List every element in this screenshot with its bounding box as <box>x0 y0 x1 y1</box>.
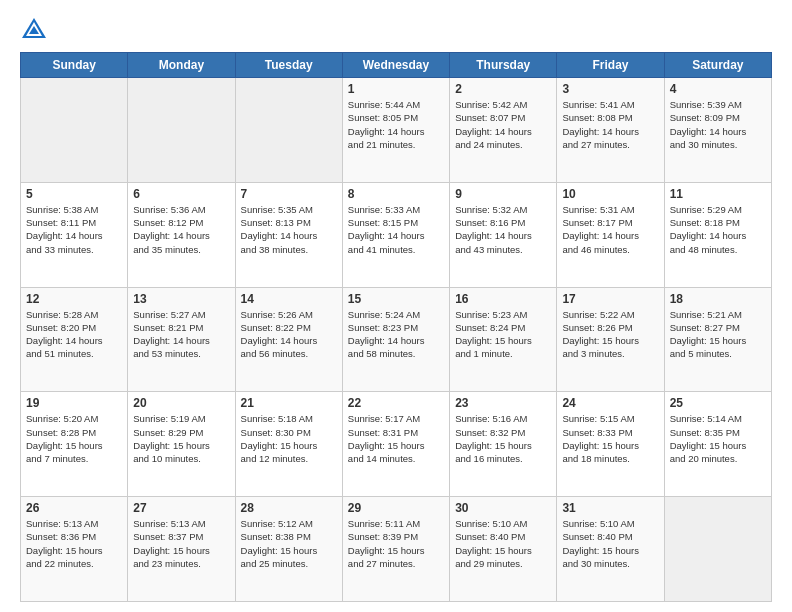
day-info: Sunrise: 5:11 AM Sunset: 8:39 PM Dayligh… <box>348 517 444 570</box>
day-info: Sunrise: 5:38 AM Sunset: 8:11 PM Dayligh… <box>26 203 122 256</box>
day-number: 30 <box>455 501 551 515</box>
day-number: 24 <box>562 396 658 410</box>
day-info: Sunrise: 5:36 AM Sunset: 8:12 PM Dayligh… <box>133 203 229 256</box>
day-number: 2 <box>455 82 551 96</box>
day-cell: 29Sunrise: 5:11 AM Sunset: 8:39 PM Dayli… <box>342 497 449 602</box>
day-number: 14 <box>241 292 337 306</box>
day-cell: 4Sunrise: 5:39 AM Sunset: 8:09 PM Daylig… <box>664 78 771 183</box>
day-cell: 24Sunrise: 5:15 AM Sunset: 8:33 PM Dayli… <box>557 392 664 497</box>
day-info: Sunrise: 5:26 AM Sunset: 8:22 PM Dayligh… <box>241 308 337 361</box>
day-header-tuesday: Tuesday <box>235 53 342 78</box>
week-row-2: 5Sunrise: 5:38 AM Sunset: 8:11 PM Daylig… <box>21 182 772 287</box>
day-header-thursday: Thursday <box>450 53 557 78</box>
day-info: Sunrise: 5:19 AM Sunset: 8:29 PM Dayligh… <box>133 412 229 465</box>
day-info: Sunrise: 5:27 AM Sunset: 8:21 PM Dayligh… <box>133 308 229 361</box>
day-number: 11 <box>670 187 766 201</box>
day-info: Sunrise: 5:18 AM Sunset: 8:30 PM Dayligh… <box>241 412 337 465</box>
page: SundayMondayTuesdayWednesdayThursdayFrid… <box>0 0 792 612</box>
day-cell: 27Sunrise: 5:13 AM Sunset: 8:37 PM Dayli… <box>128 497 235 602</box>
day-info: Sunrise: 5:33 AM Sunset: 8:15 PM Dayligh… <box>348 203 444 256</box>
day-number: 31 <box>562 501 658 515</box>
day-cell: 6Sunrise: 5:36 AM Sunset: 8:12 PM Daylig… <box>128 182 235 287</box>
day-number: 26 <box>26 501 122 515</box>
day-info: Sunrise: 5:42 AM Sunset: 8:07 PM Dayligh… <box>455 98 551 151</box>
day-cell: 14Sunrise: 5:26 AM Sunset: 8:22 PM Dayli… <box>235 287 342 392</box>
day-number: 13 <box>133 292 229 306</box>
day-number: 21 <box>241 396 337 410</box>
calendar: SundayMondayTuesdayWednesdayThursdayFrid… <box>20 52 772 602</box>
day-header-row: SundayMondayTuesdayWednesdayThursdayFrid… <box>21 53 772 78</box>
week-row-4: 19Sunrise: 5:20 AM Sunset: 8:28 PM Dayli… <box>21 392 772 497</box>
day-number: 5 <box>26 187 122 201</box>
day-cell: 7Sunrise: 5:35 AM Sunset: 8:13 PM Daylig… <box>235 182 342 287</box>
day-header-saturday: Saturday <box>664 53 771 78</box>
day-number: 18 <box>670 292 766 306</box>
day-info: Sunrise: 5:35 AM Sunset: 8:13 PM Dayligh… <box>241 203 337 256</box>
day-number: 27 <box>133 501 229 515</box>
day-cell: 1Sunrise: 5:44 AM Sunset: 8:05 PM Daylig… <box>342 78 449 183</box>
day-header-friday: Friday <box>557 53 664 78</box>
day-info: Sunrise: 5:29 AM Sunset: 8:18 PM Dayligh… <box>670 203 766 256</box>
day-cell: 21Sunrise: 5:18 AM Sunset: 8:30 PM Dayli… <box>235 392 342 497</box>
day-number: 29 <box>348 501 444 515</box>
day-info: Sunrise: 5:20 AM Sunset: 8:28 PM Dayligh… <box>26 412 122 465</box>
day-number: 25 <box>670 396 766 410</box>
day-cell: 17Sunrise: 5:22 AM Sunset: 8:26 PM Dayli… <box>557 287 664 392</box>
day-info: Sunrise: 5:15 AM Sunset: 8:33 PM Dayligh… <box>562 412 658 465</box>
day-number: 22 <box>348 396 444 410</box>
day-number: 7 <box>241 187 337 201</box>
day-cell: 8Sunrise: 5:33 AM Sunset: 8:15 PM Daylig… <box>342 182 449 287</box>
day-cell <box>235 78 342 183</box>
day-cell: 31Sunrise: 5:10 AM Sunset: 8:40 PM Dayli… <box>557 497 664 602</box>
day-info: Sunrise: 5:21 AM Sunset: 8:27 PM Dayligh… <box>670 308 766 361</box>
day-cell: 13Sunrise: 5:27 AM Sunset: 8:21 PM Dayli… <box>128 287 235 392</box>
day-number: 3 <box>562 82 658 96</box>
day-info: Sunrise: 5:14 AM Sunset: 8:35 PM Dayligh… <box>670 412 766 465</box>
day-number: 9 <box>455 187 551 201</box>
day-cell: 2Sunrise: 5:42 AM Sunset: 8:07 PM Daylig… <box>450 78 557 183</box>
day-info: Sunrise: 5:41 AM Sunset: 8:08 PM Dayligh… <box>562 98 658 151</box>
day-info: Sunrise: 5:32 AM Sunset: 8:16 PM Dayligh… <box>455 203 551 256</box>
day-cell: 10Sunrise: 5:31 AM Sunset: 8:17 PM Dayli… <box>557 182 664 287</box>
week-row-3: 12Sunrise: 5:28 AM Sunset: 8:20 PM Dayli… <box>21 287 772 392</box>
day-cell: 16Sunrise: 5:23 AM Sunset: 8:24 PM Dayli… <box>450 287 557 392</box>
day-cell: 25Sunrise: 5:14 AM Sunset: 8:35 PM Dayli… <box>664 392 771 497</box>
day-info: Sunrise: 5:16 AM Sunset: 8:32 PM Dayligh… <box>455 412 551 465</box>
day-cell: 20Sunrise: 5:19 AM Sunset: 8:29 PM Dayli… <box>128 392 235 497</box>
day-cell: 11Sunrise: 5:29 AM Sunset: 8:18 PM Dayli… <box>664 182 771 287</box>
day-info: Sunrise: 5:22 AM Sunset: 8:26 PM Dayligh… <box>562 308 658 361</box>
day-info: Sunrise: 5:28 AM Sunset: 8:20 PM Dayligh… <box>26 308 122 361</box>
day-cell: 12Sunrise: 5:28 AM Sunset: 8:20 PM Dayli… <box>21 287 128 392</box>
day-cell: 19Sunrise: 5:20 AM Sunset: 8:28 PM Dayli… <box>21 392 128 497</box>
day-number: 20 <box>133 396 229 410</box>
day-header-sunday: Sunday <box>21 53 128 78</box>
day-info: Sunrise: 5:39 AM Sunset: 8:09 PM Dayligh… <box>670 98 766 151</box>
day-cell: 28Sunrise: 5:12 AM Sunset: 8:38 PM Dayli… <box>235 497 342 602</box>
day-cell: 9Sunrise: 5:32 AM Sunset: 8:16 PM Daylig… <box>450 182 557 287</box>
day-number: 15 <box>348 292 444 306</box>
day-info: Sunrise: 5:10 AM Sunset: 8:40 PM Dayligh… <box>455 517 551 570</box>
header <box>20 16 772 44</box>
day-header-monday: Monday <box>128 53 235 78</box>
day-cell <box>664 497 771 602</box>
day-number: 1 <box>348 82 444 96</box>
day-info: Sunrise: 5:24 AM Sunset: 8:23 PM Dayligh… <box>348 308 444 361</box>
day-number: 6 <box>133 187 229 201</box>
day-cell: 23Sunrise: 5:16 AM Sunset: 8:32 PM Dayli… <box>450 392 557 497</box>
day-info: Sunrise: 5:13 AM Sunset: 8:37 PM Dayligh… <box>133 517 229 570</box>
day-number: 12 <box>26 292 122 306</box>
day-number: 16 <box>455 292 551 306</box>
day-number: 17 <box>562 292 658 306</box>
day-cell: 5Sunrise: 5:38 AM Sunset: 8:11 PM Daylig… <box>21 182 128 287</box>
day-cell: 18Sunrise: 5:21 AM Sunset: 8:27 PM Dayli… <box>664 287 771 392</box>
day-cell <box>128 78 235 183</box>
day-cell: 22Sunrise: 5:17 AM Sunset: 8:31 PM Dayli… <box>342 392 449 497</box>
day-header-wednesday: Wednesday <box>342 53 449 78</box>
day-info: Sunrise: 5:17 AM Sunset: 8:31 PM Dayligh… <box>348 412 444 465</box>
day-info: Sunrise: 5:13 AM Sunset: 8:36 PM Dayligh… <box>26 517 122 570</box>
day-cell: 30Sunrise: 5:10 AM Sunset: 8:40 PM Dayli… <box>450 497 557 602</box>
day-info: Sunrise: 5:44 AM Sunset: 8:05 PM Dayligh… <box>348 98 444 151</box>
week-row-1: 1Sunrise: 5:44 AM Sunset: 8:05 PM Daylig… <box>21 78 772 183</box>
day-info: Sunrise: 5:10 AM Sunset: 8:40 PM Dayligh… <box>562 517 658 570</box>
day-cell: 26Sunrise: 5:13 AM Sunset: 8:36 PM Dayli… <box>21 497 128 602</box>
